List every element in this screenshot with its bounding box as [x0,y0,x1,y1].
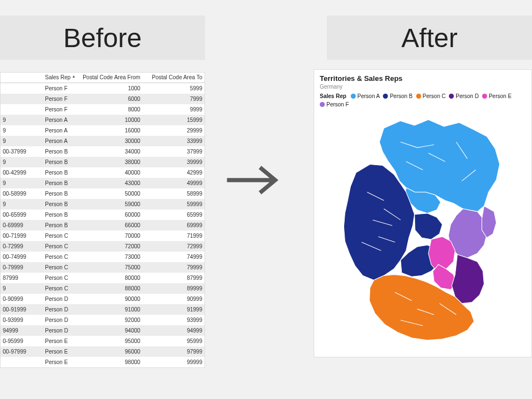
table-row[interactable]: 0-72999Person C7200072999 [1,241,204,252]
legend-item-label: Person E [489,93,511,99]
cell-id: 00-74999 [1,252,43,262]
cell-from: 91000 [79,304,142,315]
cell-id: 87999 [1,273,43,283]
cell-id: 00-97999 [1,346,43,357]
cell-to: 94999 [142,325,204,336]
table-row[interactable]: 9Person B3800039999 [1,157,204,167]
report-title: Territories & Sales Reps [320,74,526,83]
table-row[interactable]: 00-74999Person C7300074999 [1,252,204,262]
region-person-e[interactable] [428,237,455,271]
region-person-d[interactable] [452,254,484,303]
cell-id: 9 [1,283,43,294]
cell-from: 50000 [79,188,142,199]
cell-id: 0-69999 [1,220,43,231]
table-row[interactable]: 0-69999Person B6600069999 [1,220,204,231]
table-row[interactable]: 00-71999Person C7000071999 [1,231,204,241]
legend-swatch-icon [383,94,388,99]
table-row[interactable]: 9Person A1000015999 [1,115,204,125]
cell-from: 66000 [79,220,142,231]
cell-to: 29999 [142,125,204,136]
cell-rep: Person E [43,346,79,357]
table-row[interactable]: 9Person B5900059999 [1,199,204,209]
cell-rep: Person C [43,262,79,273]
column-header-id[interactable] [1,73,43,83]
cell-from: 96000 [79,346,142,357]
cell-from: 10000 [79,115,142,125]
column-header-to[interactable]: Postal Code Area To [142,73,204,83]
table-row[interactable]: 9Person C8800089999 [1,283,204,294]
cell-from: 16000 [79,125,142,136]
legend-swatch-icon [482,94,487,99]
table-row[interactable]: 9Person B4300049999 [1,178,204,188]
cell-from: 88000 [79,283,142,294]
table-row[interactable]: 9Person A3000033999 [1,136,204,146]
legend-swatch-icon [351,94,356,99]
cell-from: 73000 [79,252,142,262]
table-row[interactable]: Person F10005999 [1,83,204,94]
table-row[interactable]: Person F60007999 [1,94,204,104]
cell-id: 9 [1,178,43,188]
table-header-row: Sales Rep▲ Postal Code Area From Postal … [1,73,204,83]
legend-item[interactable]: Person C [416,93,446,99]
cell-rep: Person E [43,336,79,346]
legend-swatch-icon [416,94,421,99]
cell-id [1,357,43,367]
map-canvas[interactable] [314,109,531,354]
cell-id: 00-58999 [1,188,43,199]
table-row[interactable]: 0-95999Person E9500095999 [1,336,204,346]
cell-to: 15999 [142,115,204,125]
cell-rep: Person F [43,83,79,94]
cell-id: 0-93999 [1,315,43,325]
cell-from: 94000 [79,325,142,336]
table-row[interactable]: 87999Person C8000087999 [1,273,204,283]
table-row[interactable]: 00-97999Person E9600097999 [1,346,204,357]
legend-item-label: Person D [456,93,479,99]
cell-from: 72000 [79,241,142,252]
cell-to: 33999 [142,136,204,146]
legend-item[interactable]: Person E [482,93,511,99]
table-row[interactable]: 9Person A1600029999 [1,125,204,136]
cell-rep: Person D [43,325,79,336]
region-person-b-3[interactable] [415,213,442,239]
cell-rep: Person B [43,199,79,209]
legend-item[interactable]: Person F [320,101,349,108]
table-row[interactable]: 0-93999Person D9200093999 [1,315,204,325]
legend-item[interactable]: Person A [351,93,380,99]
cell-to: 89999 [142,283,204,294]
legend-item-label: Person F [326,101,349,108]
cell-id: 0-72999 [1,241,43,252]
cell-id: 0-95999 [1,336,43,346]
table-row[interactable]: 0-90999Person D9000090999 [1,294,204,304]
cell-id: 0-79999 [1,262,43,273]
legend-swatch-icon [320,102,325,107]
table-row[interactable]: Person F80009999 [1,104,204,115]
cell-id: 00-42999 [1,167,43,178]
cell-from: 80000 [79,273,142,283]
cell-id [1,94,43,104]
region-person-f-2[interactable] [482,206,496,238]
table-row[interactable]: Person E9800099999 [1,357,204,367]
table-row[interactable]: 00-58999Person B5000058999 [1,188,204,199]
table-row[interactable]: 00-42999Person B4000042999 [1,167,204,178]
arrow-icon [222,155,288,205]
cell-from: 70000 [79,231,142,241]
cell-to: 49999 [142,178,204,188]
column-header-from[interactable]: Postal Code Area From [79,73,142,83]
postal-codes-table[interactable]: Sales Rep▲ Postal Code Area From Postal … [0,72,205,368]
table-row[interactable]: 00-37999Person B3400037999 [1,146,204,157]
cell-to: 87999 [142,273,204,283]
territories-map-visual[interactable]: Territories & Sales Reps Germany Sales R… [314,69,532,357]
table-row[interactable]: 0-79999Person C7500079999 [1,262,204,273]
cell-rep: Person A [43,115,79,125]
cell-to: 95999 [142,336,204,346]
cell-from: 43000 [79,178,142,188]
table-row[interactable]: 00-91999Person D9100091999 [1,304,204,315]
table-row[interactable]: 00-65999Person B6000065999 [1,209,204,220]
legend-item[interactable]: Person B [383,93,412,99]
legend-item[interactable]: Person D [449,93,479,99]
column-header-rep[interactable]: Sales Rep▲ [43,73,79,83]
table-row[interactable]: 94999Person D9400094999 [1,325,204,336]
cell-rep: Person D [43,294,79,304]
legend-item-label: Person B [390,93,412,99]
cell-to: 65999 [142,209,204,220]
